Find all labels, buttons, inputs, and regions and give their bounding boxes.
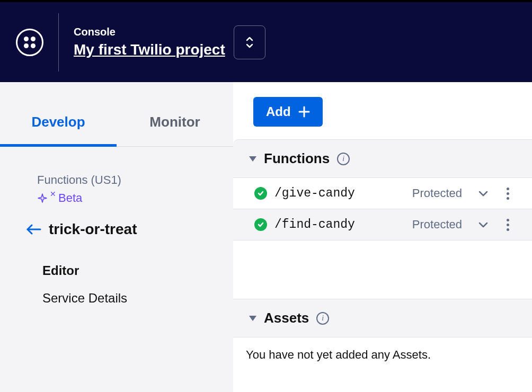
info-icon[interactable]: i: [337, 153, 350, 165]
project-selector: Console My first Twilio project: [74, 25, 265, 59]
beta-label: Beta: [58, 191, 82, 205]
info-icon[interactable]: i: [316, 312, 329, 325]
function-path: /find-candy: [274, 218, 405, 231]
svg-marker-3: [249, 156, 256, 162]
twilio-logo-dots: [24, 37, 36, 48]
functions-list: /give-candy Protected /find-candy Protec…: [233, 178, 532, 240]
function-visibility: Protected: [412, 218, 462, 231]
visibility-dropdown[interactable]: [475, 190, 492, 197]
add-button[interactable]: Add: [253, 97, 323, 127]
assets-section-header[interactable]: Assets i: [233, 299, 532, 337]
beta-badge: ✕ Beta: [37, 191, 212, 205]
twilio-logo-icon: [16, 29, 43, 56]
function-row[interactable]: /give-candy Protected: [233, 178, 532, 209]
breadcrumb-back[interactable]: trick-or-treat: [25, 221, 212, 238]
status-success-icon: [254, 218, 267, 231]
function-row[interactable]: /find-candy Protected: [233, 209, 532, 240]
sidebar-item-editor[interactable]: Editor: [37, 257, 212, 284]
function-path: /give-candy: [274, 186, 405, 200]
function-visibility: Protected: [412, 186, 462, 200]
arrow-left-icon: [25, 223, 41, 236]
top-header: Console My first Twilio project: [0, 0, 532, 82]
project-switcher-button[interactable]: [234, 25, 265, 59]
add-button-label: Add: [266, 104, 291, 119]
caret-down-icon: [249, 154, 256, 164]
assets-header-label: Assets: [264, 310, 309, 326]
console-label: Console: [74, 26, 225, 38]
sparkle-icon: [37, 193, 48, 203]
project-name-link[interactable]: My first Twilio project: [74, 41, 225, 58]
functions-region-label: Functions (US1): [37, 173, 212, 187]
functions-header-label: Functions: [264, 150, 330, 167]
function-menu-button[interactable]: [499, 188, 516, 200]
function-menu-button[interactable]: [499, 219, 516, 231]
chevron-up-down-icon: [245, 35, 254, 49]
assets-empty-message: You have not yet added any Assets.: [233, 337, 532, 372]
main-panel: Add Functions i /give-candy Protected: [233, 82, 532, 392]
caret-down-icon: [249, 314, 256, 323]
chevron-down-icon: [478, 221, 489, 228]
header-divider: [58, 13, 59, 72]
svg-marker-4: [249, 316, 256, 321]
status-success-icon: [254, 187, 267, 200]
functions-section-header[interactable]: Functions i: [233, 139, 532, 178]
sidebar-tabs: Develop Monitor: [0, 103, 233, 147]
tab-monitor[interactable]: Monitor: [117, 103, 233, 146]
tab-develop[interactable]: Develop: [0, 103, 117, 147]
close-x-icon: ✕: [50, 190, 56, 198]
plus-icon: [298, 106, 310, 118]
sidebar: Develop Monitor Functions (US1) ✕ Beta t…: [0, 82, 233, 392]
service-name-title: trick-or-treat: [49, 221, 137, 238]
chevron-down-icon: [478, 190, 489, 197]
sidebar-item-service-details[interactable]: Service Details: [37, 284, 212, 312]
visibility-dropdown[interactable]: [475, 221, 492, 228]
